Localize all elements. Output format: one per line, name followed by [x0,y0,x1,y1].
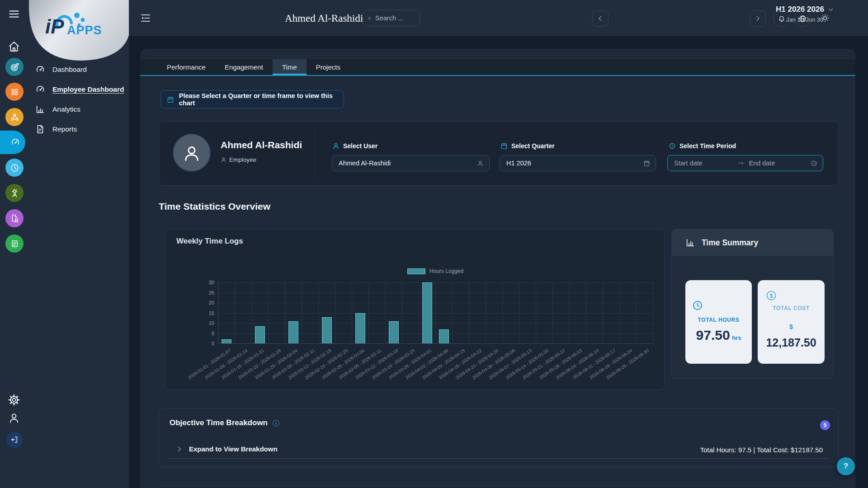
ylab: 25 [199,290,214,296]
select-quarter-input[interactable]: H1 2026 [500,155,656,171]
rail-review-icon[interactable] [5,209,24,227]
select-user-input[interactable]: Ahmed Al-Rashidi [332,155,490,171]
document-icon [35,124,45,134]
divider [168,458,830,459]
vgrid [586,282,586,343]
bar [255,326,265,343]
vgrid [502,282,503,343]
vgrid [486,282,486,343]
tab-engagement[interactable]: Engagement [215,59,273,75]
rail-documents-icon[interactable] [5,235,24,253]
svg-text:$: $ [770,293,773,299]
notifications-bell-icon[interactable] [773,10,790,27]
vgrid [435,282,436,343]
total-cost-card: $ TOTAL COST $ 12,187.50 [758,280,825,364]
bar [389,321,399,344]
chart-title: Weekly Time Logs [176,237,243,246]
content-panel: Performance Engagement Time Projects Ple… [140,49,855,488]
total-hours-value: 97.50 [696,328,730,343]
ylab: 15 [199,310,214,316]
vgrid [385,282,386,343]
ylab: 10 [199,320,214,326]
vgrid [452,282,453,343]
settings-gear-icon[interactable] [8,394,20,406]
vgrid [235,282,235,343]
bar [322,317,332,344]
gauge-icon [35,65,45,75]
total-hours-label: TOTAL HOURS [685,317,752,323]
vgrid [536,282,536,343]
vgrid [352,282,352,343]
page-title: Ahmed Al-Rashidi [285,13,363,24]
tab-performance[interactable]: Performance [157,59,215,75]
vgrid [636,282,637,343]
select-time-period-label: Select Time Period [669,142,736,150]
rail-employee-dashboard-icon[interactable] [0,131,25,154]
chevron-down-icon [828,7,834,13]
end-date-placeholder: End date [749,160,775,167]
tab-time[interactable]: Time [273,59,307,75]
search-input[interactable] [374,14,415,22]
ylab: 0 [199,341,214,346]
sidebar-item-analytics[interactable]: Analytics [35,103,80,116]
outdent-list-icon[interactable] [140,13,151,23]
total-cost-value: 12,187.50 [758,336,825,349]
select-quarter-label: Select Quarter [500,142,555,150]
vgrid [335,282,335,343]
theme-sun-icon[interactable] [821,14,830,23]
gauge-icon [35,84,45,94]
calendar-icon [643,160,650,167]
next-period-button[interactable] [750,10,766,27]
time-summary-card: Time Summary TOTAL HOURS 97.50 hrs $ TOT… [671,229,834,379]
legend-label: Hours Logged [429,268,463,274]
sidebar-item-employee-dashboard[interactable]: Employee Dashboard [35,83,124,96]
date-range-input[interactable]: Start date End date [667,155,823,171]
clock-icon [811,160,817,167]
rail-ideas-icon[interactable] [5,184,24,202]
arrow-right-icon [738,160,744,166]
profile-person-icon[interactable] [8,412,20,424]
bar [288,321,298,344]
rail-time-icon[interactable] [5,159,24,177]
vgrid [519,282,519,343]
sidebar-item-reports[interactable]: Reports [35,122,77,136]
rail-goals-icon[interactable] [5,58,24,76]
sidebar-item-dashboard[interactable]: Dashboard [35,63,87,76]
tab-bar: Performance Engagement Time Projects [140,59,855,75]
vgrid [603,282,603,343]
sidebar: iP APPS [0,0,129,488]
home-icon[interactable] [8,41,20,52]
ylab: 20 [199,300,214,305]
search-box[interactable] [363,10,420,26]
vgrid axis [218,282,218,343]
hamburger-menu-icon[interactable] [8,8,20,20]
chevron-right-icon [176,446,183,452]
select-user-label: Select User [332,142,377,150]
app: iP APPS [0,0,868,488]
bar [422,282,432,343]
vgrid [419,282,419,343]
vgrid [469,282,469,343]
expand-breakdown-toggle[interactable]: Expand to View Breakdown [176,445,278,453]
user-name: Ahmed Al-Rashidi [221,140,302,150]
help-button[interactable]: ? [837,457,855,475]
total-hours-unit: hrs [732,334,741,341]
weekly-time-logs-card: Weekly Time Logs Hours Logged 0510152025… [165,229,665,390]
tabbar-accent-line [140,75,855,76]
svg-text:i: i [275,421,276,425]
language-globe-icon[interactable] [794,10,811,27]
time-summary-header: Time Summary [672,230,833,256]
tab-projects[interactable]: Projects [307,59,350,75]
rail-workflow-icon[interactable] [5,108,24,126]
select-quarter-notice-button[interactable]: Please Select a Quarter or time frame to… [160,90,344,108]
calendar-icon [500,142,508,150]
user-filter-card: Ahmed Al-Rashidi Employee Select User Ah… [159,121,839,186]
vgrid [268,282,269,343]
divider [315,129,315,178]
objective-totals: Total Hours: 97.5 | Total Cost: $12187.5… [700,446,823,454]
rail-modules-icon[interactable] [5,83,24,101]
logout-icon[interactable] [6,432,23,448]
previous-period-button[interactable] [592,10,609,27]
vgrid [569,282,570,343]
vgrid [302,282,302,343]
